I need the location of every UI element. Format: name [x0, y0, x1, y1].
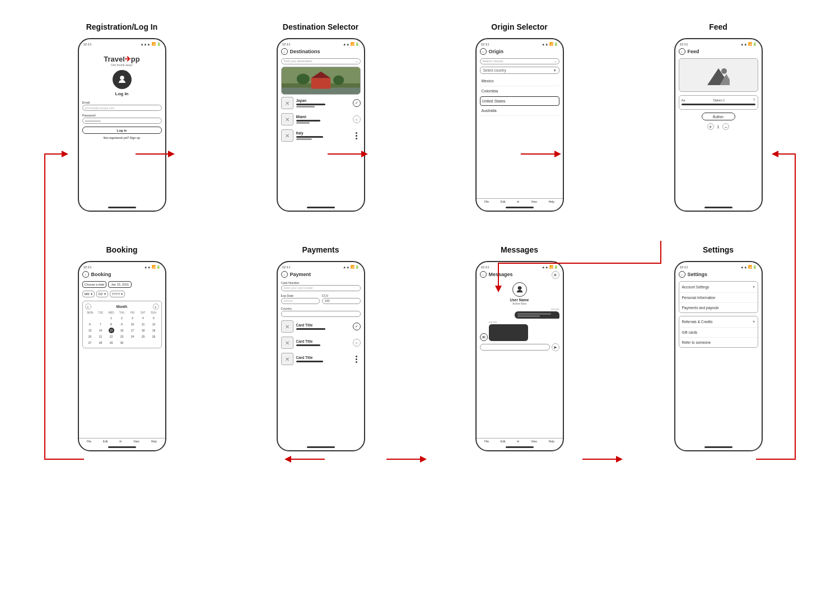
payment-info-2: Card Title [296, 339, 350, 347]
screen-title-origin: Origin Selector [491, 22, 547, 31]
msg-username: User Name [510, 298, 529, 302]
login-button[interactable]: Log In [82, 127, 162, 134]
year-select[interactable]: YYYY ▾ [110, 291, 125, 297]
dest-thumb-miami: ✕ [281, 113, 293, 125]
payments-payouts-item[interactable]: Payments and payouts [679, 303, 758, 312]
day-select[interactable]: DD ▾ [96, 291, 108, 297]
screen-group-booking: Booking 12:11 ▲▲ 📶 🔋 ‹ Booking Choose a … [72, 245, 172, 451]
date-value[interactable]: Jan 15, 2021 [108, 281, 132, 288]
referrals-chevron: ▾ [753, 319, 755, 324]
status-bar-reg: 12:11 ▲▲▲ 📶 🔋 [79, 39, 165, 47]
status-bar-feed: 12:11 ▲▲ 📶 🔋 [675, 39, 762, 47]
phone-payments: 12:11 ▲▲ 📶 🔋 ‹ Payment Card Number Enter… [277, 261, 365, 451]
password-input[interactable]: •••••••••••••••• [82, 118, 162, 124]
payments-title: Payment [290, 272, 311, 277]
back-button-payments[interactable]: ‹ [281, 271, 288, 278]
dest-check-japan[interactable]: ✓ [353, 99, 361, 107]
gift-cards-item[interactable]: Gift cards [679, 328, 758, 338]
msg-bubble-image [489, 324, 528, 341]
origin-search[interactable]: Search country ⌕ [480, 58, 559, 64]
phone-content-settings: ‹ Settings Account Settings ▾ Personal I… [675, 270, 762, 444]
screen-group-settings: Settings 12:11 ▲▲ 📶 🔋 ‹ Settings Account… [668, 245, 769, 451]
dest-add-miami[interactable]: ○ [353, 115, 361, 123]
status-bar-settings: 12:11 ▲▲ 📶 🔋 [675, 262, 762, 270]
screen-group-origin: Origin Selector 12:11 ▲▲ 📶 🔋 ‹ Origin Se… [469, 22, 570, 212]
home-bar-feed [704, 207, 732, 208]
msg-input[interactable] [480, 344, 550, 351]
exp-group: Exp Date mm/yy [281, 294, 320, 304]
account-settings-item[interactable]: Account Settings ▾ [679, 282, 758, 293]
screen-group-destination: Destination Selector 12:11 ▲▲ 📶 🔋 ‹ Dest… [270, 22, 371, 212]
msg-left-content: xxx:xxx [489, 321, 528, 341]
phone-content-reg: Travel✈pp One thumb away! Log In [79, 47, 165, 204]
msg-status: Active Now [512, 302, 526, 305]
dest-info-miami: Miami [296, 115, 350, 124]
messages-close[interactable]: ✕ [552, 271, 559, 279]
messages-title: Messages [489, 272, 513, 277]
booking-header: ‹ Booking [82, 271, 162, 279]
person-icon [117, 74, 127, 85]
msg-send-button[interactable]: ➤ [552, 343, 559, 351]
feed-button[interactable]: Button [702, 113, 735, 120]
signup-footer: Not registered yet? Sign up [82, 136, 162, 139]
status-icons-booking: ▲▲ 📶 🔋 [144, 265, 160, 269]
select-country-dropdown[interactable]: Select country ▾ [480, 67, 559, 74]
avatar [113, 70, 132, 89]
dest-thumb-japan: ✕ [281, 97, 293, 109]
back-button-origin[interactable]: ‹ [480, 48, 487, 55]
feed-slider[interactable] [682, 104, 755, 105]
status-icons-messages: ▲▲ 📶 🔋 [542, 265, 558, 269]
msg-bubble-right [515, 311, 559, 319]
destination-image-inner [282, 67, 360, 94]
referrals-item[interactable]: Referrals & Credits ▾ [679, 316, 758, 328]
feed-options: Aa Option 1 ? [679, 95, 758, 110]
cal-prev[interactable]: ‹ [85, 304, 91, 310]
counter-plus[interactable]: − [722, 123, 729, 130]
card-number-input[interactable]: Enter your card number [281, 285, 361, 291]
status-icons-settings: ▲▲ 📶 🔋 [740, 265, 757, 269]
back-button-booking[interactable]: ‹ [82, 271, 89, 278]
country-colombia[interactable]: Colombia [480, 86, 559, 96]
destination-image [281, 67, 361, 95]
dest-dots-italy[interactable] [353, 132, 361, 139]
dest-list-item-miami: ✕ Miami ○ [281, 113, 361, 127]
exp-input[interactable]: mm/yy [281, 298, 320, 304]
email-input[interactable]: johndoe@example.com [82, 105, 162, 111]
dest-thumb-italy: ✕ [281, 129, 293, 142]
country-australia[interactable]: Australia [480, 106, 559, 116]
country-mexico[interactable]: Mexico [480, 76, 559, 86]
phone-content-dest: ‹ Destinations Find your destination ⌕ [278, 47, 364, 204]
phone-content-messages: ‹ Messages ✕ User Name Ac [477, 270, 563, 438]
payment-card-3: ✕ Card Title [281, 353, 361, 366]
screen-title-messages: Messages [501, 245, 538, 254]
counter-minus[interactable]: + [707, 123, 714, 130]
settings-section-1: Account Settings ▾ Personal Information … [679, 281, 758, 313]
personal-info-item[interactable]: Personal Information [679, 293, 758, 303]
dest-list-item-italy: ✕ Italy [281, 129, 361, 143]
settings-title: Settings [688, 272, 708, 277]
back-button-settings[interactable]: ‹ [679, 271, 685, 278]
phone-messages: 12:11 ▲▲ 📶 🔋 ‹ Messages ✕ [475, 261, 564, 451]
phone-origin: 12:11 ▲▲ 📶 🔋 ‹ Origin Search country ⌕ S… [475, 38, 564, 212]
ccv-input[interactable]: 143 [322, 298, 361, 304]
refer-someone-item[interactable]: Refer to someone [679, 338, 758, 347]
screen-title-registration: Registration/Log In [86, 22, 158, 31]
main-container: Registration/Log In 12:11 ▲▲▲ 📶 🔋 Travel… [0, 0, 840, 502]
phone-settings: 12:11 ▲▲ 📶 🔋 ‹ Settings Account Settings… [674, 261, 763, 451]
cal-next[interactable]: › [153, 304, 159, 310]
back-button-feed[interactable]: ‹ [679, 48, 685, 55]
back-button-dest[interactable]: ‹ [281, 48, 288, 55]
payment-add-2[interactable]: ○ [353, 339, 361, 347]
payment-dots-3[interactable] [353, 356, 361, 363]
country-united-states[interactable]: United States [480, 96, 559, 106]
msg-user-info: User Name Active Now [480, 282, 559, 305]
phone-booking: 12:11 ▲▲ 📶 🔋 ‹ Booking Choose a date Jan… [78, 261, 166, 451]
month-select[interactable]: MM ▾ [82, 291, 95, 297]
country-input[interactable] [281, 311, 361, 317]
dest-search[interactable]: Find your destination ⌕ [281, 58, 361, 64]
payment-check-1[interactable]: ✓ [353, 323, 361, 330]
phone-content-booking: ‹ Booking Choose a date Jan 15, 2021 [79, 270, 165, 438]
cal-days-header: MONTUEWEDTHUFRISATSUN [85, 311, 159, 314]
back-button-messages[interactable]: ‹ [480, 271, 487, 278]
msg-timestamp-right: xxx:xxx [480, 308, 559, 319]
